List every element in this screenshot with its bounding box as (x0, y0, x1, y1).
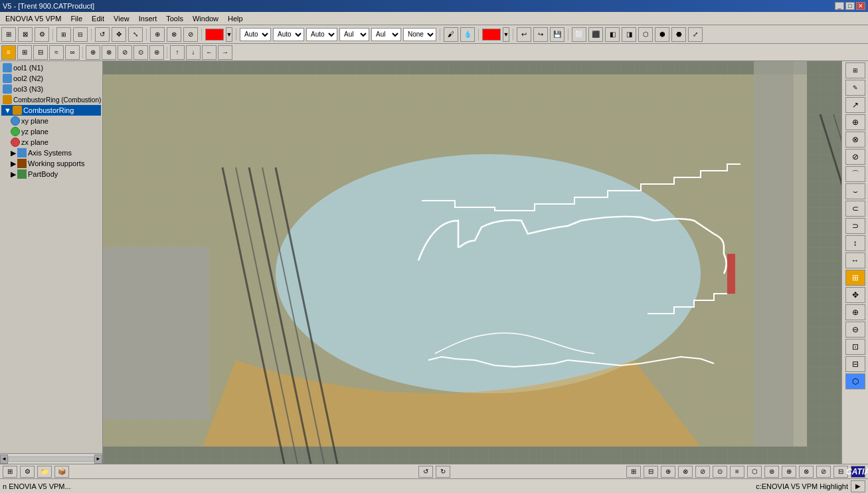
tree-item-axis[interactable]: ▶ Axis Systems (9, 148, 101, 158)
tree-item-xy[interactable]: xy plane (9, 116, 101, 126)
rt-btn-7[interactable]: ⌒ (845, 166, 865, 182)
rt-btn-zoom-in[interactable]: ⊕ (845, 304, 865, 320)
tb-btn-maxim[interactable]: ⤢ (688, 27, 703, 42)
tb2-btn-7[interactable]: ⊗ (102, 45, 116, 60)
tb2-btn-2[interactable]: ⊞ (17, 45, 32, 60)
tb-btn-c2[interactable]: ⊗ (167, 27, 181, 42)
color-dropdown-2[interactable]: ▼ (503, 27, 509, 42)
menu-help[interactable]: Help (224, 13, 247, 24)
rt-btn-11[interactable]: ↕ (845, 235, 865, 251)
sb-right-5[interactable]: ⊘ (695, 466, 710, 478)
tb-btn-nav3[interactable]: ⬣ (671, 27, 686, 42)
tb-btn-nav2[interactable]: ⬢ (655, 27, 669, 42)
tb-btn-c3[interactable]: ⊘ (183, 27, 198, 42)
sb-btn-3[interactable]: 📁 (37, 466, 52, 478)
sb-right-7[interactable]: ≡ (730, 466, 744, 478)
tb-btn-scale[interactable]: ⤡ (128, 27, 143, 42)
tb2-btn-11[interactable]: ↑ (170, 45, 185, 60)
tb-btn-view3[interactable]: ◧ (605, 27, 620, 42)
tree-item-1[interactable]: ool2 (N2) (1, 73, 101, 84)
tb-btn-view4[interactable]: ◨ (622, 27, 636, 42)
rt-btn-zoom-out[interactable]: ⊖ (845, 322, 865, 338)
tb-btn-move[interactable]: ✥ (112, 27, 126, 42)
rt-btn-15[interactable]: ⊡ (845, 339, 865, 355)
menu-view[interactable]: View (110, 13, 133, 24)
tb-btn-view2[interactable]: ⬛ (588, 27, 603, 42)
tb-btn-2[interactable]: ⊠ (18, 27, 33, 42)
tb-btn-grid2[interactable]: ⊟ (73, 27, 88, 42)
rt-btn-5[interactable]: ⊗ (845, 132, 865, 148)
rt-btn-2[interactable]: ✎ (845, 80, 865, 96)
sb-right-3[interactable]: ⊕ (661, 466, 675, 478)
dropdown-auto-3[interactable]: Auto (306, 28, 337, 41)
sb-right-2[interactable]: ⊟ (644, 466, 658, 478)
tree-item-0[interactable]: ool1 (N1) (1, 62, 101, 73)
tb2-btn-5[interactable]: ∞ (65, 45, 80, 60)
rt-btn-4[interactable]: ⊕ (845, 114, 865, 130)
sb-btn-1[interactable]: ⊞ (3, 466, 17, 478)
viewport[interactable] (103, 61, 841, 464)
tree-item-2[interactable]: ool3 (N3) (1, 84, 101, 94)
rt-btn-1[interactable]: ⊞ (845, 62, 865, 78)
rt-btn-13[interactable]: ⊞ (845, 270, 865, 286)
tree-item-yz[interactable]: yz plane (9, 126, 101, 137)
tb-btn-paint[interactable]: 🖌 (444, 27, 458, 42)
dropdown-aul-2[interactable]: Aul (371, 28, 401, 41)
sb-btn-4[interactable]: 📦 (54, 466, 69, 478)
nav-next-btn[interactable]: ↻ (436, 466, 450, 478)
menu-file[interactable]: File (66, 13, 86, 24)
tree-item-working-supports[interactable]: ▶ Working supports (9, 158, 101, 169)
tb-btn-undo[interactable]: ↩ (517, 27, 531, 42)
status-expand-btn[interactable]: ▶ (851, 480, 865, 492)
tb2-btn-8[interactable]: ⊘ (118, 45, 132, 60)
tree-item-combustorring-selected[interactable]: ▼ CombustorRing (1, 105, 101, 116)
tb2-btn-10[interactable]: ⊛ (149, 45, 164, 60)
dropdown-aul-1[interactable]: Aul (339, 28, 369, 41)
tb-btn-navi[interactable]: ⬡ (638, 27, 653, 42)
sb-right-8[interactable]: ⬡ (747, 466, 762, 478)
rt-btn-12[interactable]: ↔ (845, 252, 865, 268)
tb-btn-3[interactable]: ⚙ (35, 27, 49, 42)
rt-btn-9[interactable]: ⊂ (845, 201, 865, 217)
sb-right-1[interactable]: ⊞ (626, 466, 641, 478)
menu-window[interactable]: Window (189, 13, 222, 24)
tb-btn-eyedrop[interactable]: 💧 (460, 27, 475, 42)
menu-enovia[interactable]: ENOVIA V5 VPM (1, 13, 65, 24)
tb2-btn-13[interactable]: ← (202, 45, 217, 60)
maximize-button[interactable]: □ (845, 2, 855, 10)
rt-btn-14[interactable]: ✥ (845, 287, 865, 303)
sb-btn-2[interactable]: ⚙ (20, 466, 35, 478)
minimize-button[interactable]: _ (835, 2, 844, 10)
close-button[interactable]: ✕ (856, 2, 865, 10)
sb-right-10[interactable]: ⊕ (782, 466, 796, 478)
sb-right-9[interactable]: ⊛ (764, 466, 779, 478)
sb-right-11[interactable]: ⊗ (799, 466, 814, 478)
scroll-left[interactable]: ◄ (0, 454, 8, 464)
tb2-btn-4[interactable]: ≈ (49, 45, 64, 60)
rt-btn-10[interactable]: ⊃ (845, 218, 865, 234)
sb-right-6[interactable]: ⊙ (713, 466, 727, 478)
tb2-btn-6[interactable]: ⊕ (86, 45, 100, 60)
tb-btn-view1[interactable]: ⬜ (572, 27, 586, 42)
rt-btn-blue[interactable]: ⬡ (845, 373, 865, 389)
scroll-track-h[interactable] (8, 456, 94, 462)
tb2-btn-3[interactable]: ⊟ (33, 45, 48, 60)
menu-edit[interactable]: Edit (88, 13, 108, 24)
tb2-btn-9[interactable]: ⊙ (133, 45, 148, 60)
tb2-btn-12[interactable]: ↓ (186, 45, 201, 60)
color-swatch-2[interactable] (482, 29, 501, 41)
tb2-btn-14[interactable]: → (218, 45, 232, 60)
sb-right-4[interactable]: ⊗ (678, 466, 693, 478)
tb2-btn-1[interactable]: ≡ (1, 45, 16, 60)
rt-btn-6[interactable]: ⊘ (845, 149, 865, 165)
scroll-right[interactable]: ► (94, 454, 102, 464)
color-dropdown-1[interactable]: ▼ (226, 27, 232, 42)
rt-btn-8[interactable]: ⌣ (845, 183, 865, 199)
tree-item-zx[interactable]: zx plane (9, 137, 101, 148)
rt-btn-16[interactable]: ⊟ (845, 356, 865, 372)
nav-prev-btn[interactable]: ↺ (418, 466, 433, 478)
tb-btn-redo[interactable]: ↪ (533, 27, 548, 42)
dropdown-none[interactable]: None (403, 28, 436, 41)
dropdown-auto-2[interactable]: Auto (273, 28, 304, 41)
dropdown-auto-1[interactable]: Auto (240, 28, 271, 41)
